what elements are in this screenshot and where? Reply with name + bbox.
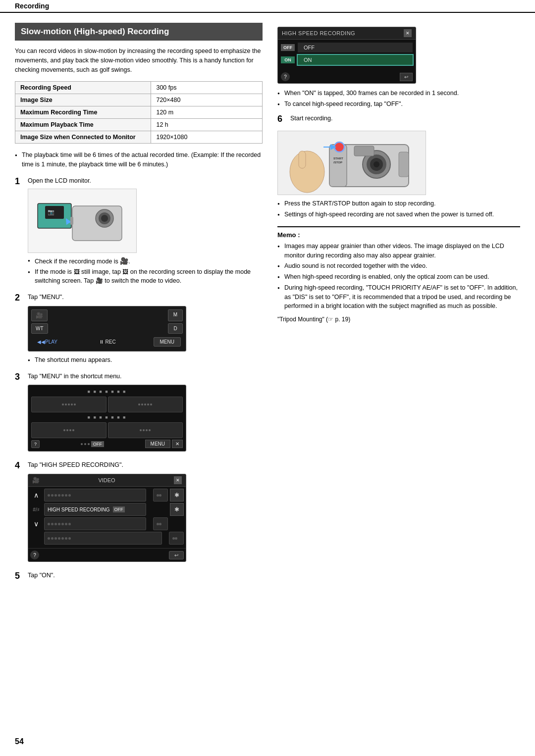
- step-6: 6 Start recording.: [277, 114, 520, 126]
- spec-value: 720×480: [151, 94, 263, 106]
- hs-label: HIGH SPEED RECORDING: [48, 507, 110, 512]
- video-menu-close-btn[interactable]: ✕: [174, 476, 182, 484]
- right-bullets: When "ON" is tapped, 300 frames can be r…: [277, 89, 520, 109]
- video-menu-up-row: ∧: [30, 489, 184, 502]
- menu-btn-d[interactable]: D: [168, 323, 183, 334]
- sharp-icon: #/♯: [30, 507, 42, 512]
- video-menu-icon: 🎥: [32, 477, 40, 484]
- hs-back-btn[interactable]: ↩: [400, 73, 413, 81]
- menu-row-1: 🎥 M: [31, 309, 183, 321]
- shortcut-screen: ■ ■ ■ ■ ■ ■ ■: [28, 385, 186, 452]
- shortcut-help-btn[interactable]: ?: [31, 440, 40, 448]
- memo-bullet-3: When high-speed recording is enabled, on…: [277, 272, 520, 282]
- svg-point-8: [290, 151, 324, 193]
- video-menu-help-btn[interactable]: ?: [30, 551, 39, 559]
- step-4-content: Tap "HIGH SPEED RECORDING". 🎥 VIDEO ✕ ∧: [28, 460, 263, 566]
- step-4: 4 Tap "HIGH SPEED RECORDING". 🎥 VIDEO ✕: [15, 460, 263, 566]
- step-3-number: 3: [15, 372, 24, 456]
- table-row: Recording Speed 300 fps: [15, 82, 263, 94]
- menu-row-2: WT D: [31, 323, 183, 334]
- video-menu-placeholder-3: [44, 532, 162, 545]
- step-6-content: Start recording.: [290, 114, 520, 126]
- video-menu-back-btn[interactable]: ↩: [169, 551, 184, 559]
- right-bullet-2: To cancel high-speed recording, tap "OFF…: [277, 100, 520, 109]
- step-1: 1 Open the LCD monitor.: [15, 176, 263, 288]
- spec-label: Image Size: [15, 94, 151, 106]
- page-number: 54: [15, 737, 24, 746]
- hs-option-on: ON ON: [281, 55, 413, 65]
- right-column: HIGH SPEED RECORDING ✕ OFF OFF ON ON ? ↩: [277, 23, 520, 588]
- header-title: Recording: [15, 2, 49, 10]
- table-row: Maximum Recording Time 120 m: [15, 106, 263, 119]
- video-menu-placeholder-2b: [153, 517, 168, 530]
- hs-close-btn[interactable]: ✕: [404, 29, 412, 37]
- right-bullet-1: When "ON" is tapped, 300 frames can be r…: [277, 89, 520, 98]
- shortcut-btn-2[interactable]: [108, 397, 183, 412]
- step-2-bullets: The shortcut menu appears.: [28, 355, 263, 365]
- shortcut-btn-1[interactable]: [31, 397, 107, 412]
- section-title: Slow-motion (High-speed) Recording: [15, 23, 263, 41]
- hs-body: OFF OFF ON ON: [278, 40, 416, 70]
- svg-text:📷: 📷: [48, 208, 54, 215]
- video-menu-side-btn-1[interactable]: ✱: [170, 489, 184, 502]
- down-arrow[interactable]: ∨: [30, 520, 42, 528]
- shortcut-close-btn[interactable]: ✕: [172, 440, 183, 448]
- step-1-number: 1: [15, 176, 24, 288]
- video-menu-header: 🎥 VIDEO ✕: [28, 474, 186, 487]
- step-6-number: 6: [277, 114, 286, 126]
- dots-2: [48, 523, 71, 525]
- memo-box: Memo : Images may appear grainier than o…: [277, 226, 520, 323]
- spec-value: 12 h: [151, 119, 263, 131]
- page-container: Recording Slow-motion (High-speed) Recor…: [0, 0, 535, 756]
- hs-screen-title: HIGH SPEED RECORDING: [282, 30, 355, 36]
- menu-icon-cam[interactable]: 🎥: [31, 309, 48, 321]
- step-4-text: Tap "HIGH SPEED RECORDING".: [28, 460, 263, 470]
- memo-bullets: Images may appear grainier than other vi…: [277, 242, 520, 311]
- hs-help-btn[interactable]: ?: [281, 72, 290, 81]
- video-menu-placeholder-1: [44, 489, 146, 502]
- step-5-content: Tap "ON".: [28, 571, 263, 583]
- shortcut-menu-btn[interactable]: MENU: [145, 440, 170, 448]
- shortcut-btn-3[interactable]: [31, 422, 107, 438]
- spec-value: 120 m: [151, 106, 263, 119]
- hs-option-off: OFF OFF: [281, 43, 413, 52]
- memo-title: Memo :: [277, 231, 520, 239]
- step-3: 3 Tap "MENU" in the shortcut menu. ■ ■ ■…: [15, 372, 263, 456]
- menu-btn-menu[interactable]: MENU: [154, 337, 181, 347]
- shortcut-dots-2: [138, 403, 152, 405]
- menu-play-btn[interactable]: ◀◀PLAY: [33, 338, 61, 346]
- step-6-text: Start recording.: [290, 114, 520, 123]
- menu-screen: 🎥 M WT D ◀◀PLAY ⏸ REC MENU: [28, 306, 186, 352]
- shortcut-btn-4[interactable]: [108, 422, 183, 438]
- step-1-bullets: Check if the recording mode is 🎥. If the…: [28, 256, 263, 286]
- shortcut-dots-4: [140, 429, 151, 431]
- spec-value: 1920×1080: [151, 131, 263, 144]
- hs-on-label[interactable]: ON: [298, 55, 413, 65]
- video-menu-side-btn-hs[interactable]: ✱: [170, 503, 184, 516]
- note-item: The playback time will be 6 times of the…: [15, 151, 263, 169]
- spec-value: 300 fps: [151, 82, 263, 94]
- video-menu-placeholder-1b: [153, 489, 168, 502]
- shortcut-dots-1: [62, 403, 76, 405]
- video-menu-hs-row: #/♯ HIGH SPEED RECORDING OFF ✱: [30, 503, 184, 516]
- step-3-text: Tap "MENU" in the shortcut menu.: [28, 372, 263, 381]
- high-speed-recording-item[interactable]: HIGH SPEED RECORDING OFF: [44, 503, 146, 516]
- step-1-bullet-2: If the mode is 🖼 still image, tap 🖼 on t…: [28, 267, 263, 286]
- step-2-bullet-1: The shortcut menu appears.: [28, 355, 263, 365]
- step-4-number: 4: [15, 460, 24, 566]
- menu-btn-wt[interactable]: WT: [31, 323, 48, 334]
- lcd-open-svg: 📷: [33, 191, 132, 251]
- video-menu-screen: 🎥 VIDEO ✕ ∧: [28, 474, 186, 562]
- hs-off-label[interactable]: OFF: [298, 43, 413, 52]
- menu-pause-btn[interactable]: ⏸ REC: [96, 338, 119, 346]
- up-arrow[interactable]: ∧: [30, 491, 42, 499]
- off-tag-label: OFF: [281, 44, 295, 51]
- step-1-text: Open the LCD monitor.: [28, 176, 263, 186]
- video-menu-title: VIDEO: [98, 477, 115, 483]
- menu-btn-m[interactable]: M: [168, 309, 183, 321]
- memo-bullet-4: During high-speed recording, "TOUCH PRIO…: [277, 283, 520, 311]
- shortcut-off-area: OFF: [41, 441, 144, 447]
- notes-list: The playback time will be 6 times of the…: [15, 151, 263, 169]
- memo-bullet-2: Audio sound is not recorded together wit…: [277, 261, 520, 271]
- video-menu-extra-row: [30, 532, 184, 545]
